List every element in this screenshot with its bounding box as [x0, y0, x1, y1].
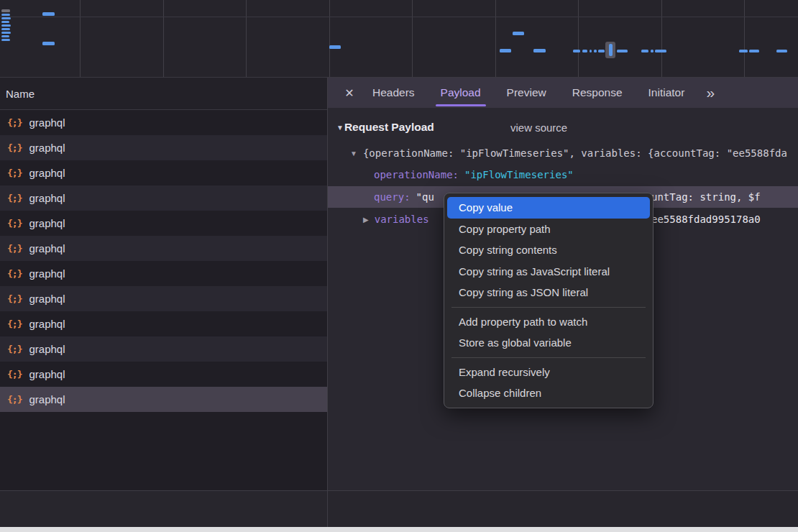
json-braces-icon: {;}	[7, 243, 22, 254]
request-name-label: graphql	[29, 318, 65, 330]
network-activity-bar	[500, 49, 511, 52]
window-bottom-edge	[0, 527, 798, 532]
network-request-row[interactable]: {;}graphql	[0, 135, 327, 160]
expand-triangle-icon[interactable]: ▶	[363, 216, 369, 224]
request-name-label: graphql	[29, 267, 65, 280]
panel-divider[interactable]	[327, 78, 328, 527]
overview-gridline	[163, 0, 164, 77]
network-request-row[interactable]: {;}graphql	[0, 160, 327, 185]
json-braces-icon: {;}	[7, 344, 22, 354]
status-footer	[0, 491, 798, 527]
tab-payload[interactable]: Payload	[441, 78, 481, 108]
network-activity-bar	[573, 50, 580, 52]
request-name-label: graphql	[29, 142, 65, 154]
network-request-row[interactable]: {;}graphql	[0, 110, 327, 135]
request-payload-section-header[interactable]: ▼ Request Payload view source	[328, 117, 798, 137]
request-name-label: graphql	[29, 242, 65, 254]
section-collapse-triangle-icon[interactable]: ▼	[336, 124, 344, 132]
view-source-link[interactable]: view source	[510, 121, 567, 134]
json-braces-icon: {;}	[7, 394, 22, 405]
network-activity-bar	[1, 14, 10, 16]
property-value: "ipFlowTimeseries"	[464, 169, 574, 180]
network-activity-bar	[1, 35, 9, 37]
column-header-label: Name	[6, 88, 35, 100]
overview-gridline	[246, 0, 247, 77]
json-braces-icon: {;}	[7, 268, 22, 279]
property-key: operationName:	[374, 169, 459, 180]
network-request-row[interactable]: {;}graphql	[0, 362, 327, 387]
network-activity-bar	[617, 50, 628, 52]
json-braces-icon: {;}	[7, 369, 22, 380]
network-request-row[interactable]: {;}graphql	[0, 387, 327, 412]
menu-item-collapse-children[interactable]: Collapse children	[444, 382, 653, 404]
network-request-row[interactable]: {;}graphql	[0, 336, 327, 362]
property-key: variables	[375, 214, 429, 225]
json-braces-icon: {;}	[7, 168, 22, 178]
json-braces-icon: {;}	[7, 218, 22, 229]
overview-gridline	[329, 0, 330, 77]
overview-gridline	[578, 0, 579, 77]
network-activity-bar	[1, 9, 10, 12]
network-request-row[interactable]: {;}graphql	[0, 236, 327, 261]
menu-separator	[451, 307, 646, 308]
network-request-row[interactable]: {;}graphql	[0, 286, 327, 311]
detail-tab-bar: ✕ HeadersPayloadPreviewResponseInitiator…	[328, 78, 798, 108]
network-request-row[interactable]: {;}graphql	[0, 311, 327, 336]
column-header-name[interactable]: Name	[0, 78, 327, 110]
request-name-label: graphql	[29, 167, 65, 179]
network-activity-bar	[1, 39, 10, 41]
menu-item-copy-string-contents[interactable]: Copy string contents	[444, 239, 653, 261]
request-name-label: graphql	[29, 116, 65, 129]
network-activity-bar	[1, 21, 9, 23]
request-name-label: graphql	[29, 393, 65, 405]
tree-row-operation-name[interactable]: operationName: "ipFlowTimeseries"	[328, 165, 798, 185]
network-activity-bar	[598, 50, 605, 52]
collapse-triangle-icon[interactable]: ▼	[350, 150, 357, 157]
request-name-label: graphql	[29, 368, 65, 380]
request-name-label: graphql	[29, 192, 65, 204]
menu-item-expand-recursively[interactable]: Expand recursively	[444, 362, 653, 383]
close-icon[interactable]: ✕	[341, 86, 358, 100]
section-title: Request Payload	[344, 121, 434, 134]
overview-horizontal-gridline	[0, 17, 798, 17]
property-value-start: "qu	[416, 191, 434, 203]
tab-initiator[interactable]: Initiator	[648, 78, 685, 108]
menu-separator	[451, 357, 646, 358]
request-rows-container: {;}graphql{;}graphql{;}graphql{;}graphql…	[0, 110, 327, 412]
devtools-window: Name {;}graphql{;}graphql{;}graphql{;}gr…	[0, 0, 798, 532]
tab-headers[interactable]: Headers	[372, 78, 415, 108]
tree-row-root-preview[interactable]: ▼ {operationName: "ipFlowTimeseries", va…	[328, 143, 798, 163]
property-value-continuation: untTag: string, $f	[651, 191, 761, 203]
overview-gridline	[744, 0, 745, 77]
request-name-label: graphql	[29, 343, 65, 355]
overview-gridline	[495, 0, 496, 77]
menu-item-store-as-global-variable[interactable]: Store as global variable	[444, 332, 653, 354]
network-activity-bar	[42, 42, 55, 45]
selected-request-marker-bar	[609, 44, 613, 56]
menu-item-copy-string-as-javascript-literal[interactable]: Copy string as JavaScript literal	[444, 261, 653, 283]
tab-preview[interactable]: Preview	[507, 78, 546, 108]
network-overview-timeline[interactable]	[0, 0, 798, 77]
network-activity-bar	[42, 12, 55, 16]
network-request-row[interactable]: {;}graphql	[0, 211, 327, 236]
network-activity-bar	[1, 32, 11, 34]
network-activity-bar	[533, 49, 546, 52]
more-tabs-icon[interactable]: »	[706, 84, 713, 101]
menu-item-copy-property-path[interactable]: Copy property path	[444, 219, 653, 240]
menu-item-copy-value[interactable]: Copy value	[447, 197, 650, 219]
network-activity-bar	[776, 50, 787, 52]
network-activity-bar	[590, 50, 592, 52]
network-activity-bar	[651, 50, 653, 52]
network-activity-bar	[1, 24, 11, 27]
context-menu: Copy valueCopy property pathCopy string …	[444, 193, 653, 408]
network-activity-bar	[749, 50, 759, 52]
menu-item-add-property-path-to-watch[interactable]: Add property path to watch	[444, 311, 653, 333]
network-request-row[interactable]: {;}graphql	[0, 185, 327, 211]
overview-gridline	[661, 0, 662, 77]
menu-item-copy-string-as-json-literal[interactable]: Copy string as JSON literal	[444, 282, 653, 303]
tab-response[interactable]: Response	[572, 78, 623, 108]
overview-gridline	[412, 0, 413, 77]
network-request-row[interactable]: {;}graphql	[0, 261, 327, 286]
json-braces-icon: {;}	[7, 193, 22, 203]
json-braces-icon: {;}	[7, 142, 22, 153]
